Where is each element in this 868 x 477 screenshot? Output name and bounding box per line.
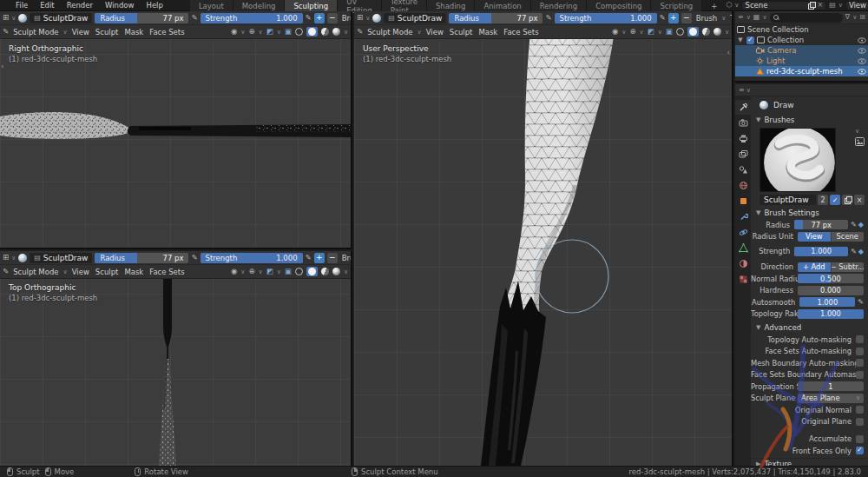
unlink-scene-icon[interactable]: × <box>817 2 823 9</box>
editor-type-icon[interactable]: ⊞ <box>3 254 9 262</box>
facesets-automask-checkbox[interactable] <box>856 348 864 355</box>
editor-type-chevron[interactable]: ∨ <box>746 87 751 94</box>
autosmooth-pressure-icon[interactable]: ✎ <box>858 298 864 306</box>
tab-view-layer[interactable] <box>735 147 751 162</box>
strength-slider[interactable]: 1.000 <box>794 247 848 256</box>
tab-shading[interactable]: Shading <box>427 0 476 11</box>
editor-type-icon[interactable]: ⊞ <box>357 14 363 22</box>
menu-mask[interactable]: Mask <box>122 268 145 276</box>
fake-user-toggle[interactable]: ✓ <box>830 195 840 205</box>
outliner-row-mesh[interactable]: red-3dc-sculpt-mesh <box>735 66 868 76</box>
brush-icon[interactable] <box>372 14 381 23</box>
shading-rendered-icon[interactable] <box>332 268 340 275</box>
viewport-top-orthographic[interactable]: ⊞∨ ▤ SculptDraw Radius 77 px ✎ Strength … <box>0 251 352 466</box>
tab-compositing[interactable]: Compositing <box>587 0 651 11</box>
menu-edit[interactable]: Edit <box>34 1 60 10</box>
new-scene-icon[interactable] <box>808 2 814 9</box>
outliner-row-light[interactable]: Light <box>735 56 868 66</box>
xray-toggle-icon[interactable]: ▣ <box>666 28 673 36</box>
hardness-slider[interactable]: 0.000 <box>798 286 864 295</box>
autosmooth-slider[interactable]: 1.000 <box>799 297 855 307</box>
overlays-icon[interactable]: ◩ <box>266 28 273 36</box>
tab-world[interactable] <box>735 178 751 193</box>
xray-toggle-icon[interactable]: ▣ <box>285 28 292 36</box>
brush-menu[interactable]: Brush <box>340 254 351 262</box>
shading-material-icon[interactable] <box>321 28 329 36</box>
radius-anim-icon[interactable]: ◆ <box>858 221 864 229</box>
gizmo-icon[interactable]: ⊕ <box>248 28 254 36</box>
radius-unit-scene-button[interactable]: Scene <box>831 232 865 242</box>
brush-icon[interactable] <box>18 254 27 262</box>
viewport-user-perspective[interactable]: ⊞∨ ▤ SculptDraw Radius 77 px ✎ Strength … <box>354 11 733 466</box>
scene-browse-chevron[interactable]: ∨ <box>734 2 739 9</box>
collection-checkbox[interactable] <box>746 36 754 44</box>
tab-uv-editing[interactable]: UV Editing <box>338 0 382 11</box>
xray-toggle-icon[interactable]: ▣ <box>285 268 292 275</box>
new-collection-icon[interactable]: ⊞ <box>859 14 865 21</box>
radius-slider[interactable]: Radius 77 px <box>95 253 188 263</box>
tab-tool[interactable] <box>735 100 751 115</box>
mode-selector[interactable]: Sculpt Mode <box>11 28 60 36</box>
hide-icon[interactable] <box>858 48 866 54</box>
shading-wireframe-icon[interactable] <box>676 28 684 36</box>
mesh-boundary-automask-checkbox[interactable] <box>856 359 864 367</box>
brush-menu[interactable]: Brush <box>694 14 720 23</box>
editor-type-icon[interactable]: ≡ <box>739 87 745 94</box>
add-brush-button[interactable]: + <box>314 253 325 263</box>
filter-chevron[interactable]: ∨ <box>852 14 857 21</box>
brush-icon[interactable] <box>18 14 27 23</box>
gizmo-icon[interactable]: ⊕ <box>248 268 254 275</box>
direction-add-button[interactable]: + Add <box>798 262 831 272</box>
tab-object[interactable] <box>735 194 751 209</box>
region-collapse-arrow[interactable]: ‹ <box>1 62 4 70</box>
overlays-icon[interactable]: ◩ <box>648 28 654 36</box>
direction-subtract-button[interactable]: − Subtr... <box>831 262 865 272</box>
filter-icon[interactable]: ∇ <box>845 14 850 21</box>
menu-sculpt[interactable]: Sculpt <box>94 28 121 36</box>
menu-mask[interactable]: Mask <box>477 28 499 36</box>
add-workspace-button[interactable]: + <box>702 0 726 11</box>
tab-render[interactable] <box>735 116 751 130</box>
brush-settings-panel-header[interactable]: ▼Brush Settings <box>751 207 868 218</box>
browse-image-icon[interactable] <box>855 137 865 146</box>
view-layer-browse-chevron[interactable]: ∨ <box>838 2 843 9</box>
menu-view[interactable]: View <box>70 268 91 276</box>
tab-texture-paint[interactable]: Texture Paint <box>382 0 427 11</box>
outliner-row-scene-collection[interactable]: Scene Collection <box>735 24 868 35</box>
hide-icon[interactable] <box>858 37 866 43</box>
tab-layout[interactable]: Layout <box>190 0 233 11</box>
browse-brush-icon[interactable]: ▤ <box>388 15 395 22</box>
strength-pressure-icon[interactable]: ✎ <box>851 248 857 255</box>
editor-type-chevron[interactable]: ∨ <box>11 255 16 262</box>
object-visibility-icon[interactable]: ◉ <box>231 268 237 275</box>
mode-selector[interactable]: Sculpt Mode <box>365 28 414 36</box>
editor-type-icon[interactable]: ⊞ <box>3 14 9 22</box>
display-mode-chevron[interactable]: ∨ <box>762 14 766 21</box>
sidebar-collapse-arrow[interactable]: ‹ <box>727 48 730 56</box>
radius-slider[interactable]: Radius 77 px <box>449 13 542 23</box>
propagation-steps-slider[interactable]: 1 <box>798 381 864 391</box>
menu-sculpt[interactable]: Sculpt <box>94 268 121 276</box>
menu-render[interactable]: Render <box>61 1 99 10</box>
shading-options-chevron[interactable]: ∨ <box>725 29 729 36</box>
tab-animation[interactable]: Animation <box>475 0 530 11</box>
shading-solid-active[interactable] <box>687 27 699 36</box>
shading-solid-active[interactable] <box>306 267 318 276</box>
brush-preview-image[interactable] <box>760 128 836 192</box>
brush-name-field[interactable]: ▤ SculptDraw <box>30 253 92 263</box>
radius-slider[interactable]: Radius 77 px <box>95 13 188 23</box>
strength-anim-icon[interactable]: ◆ <box>858 248 864 255</box>
menu-file[interactable]: File <box>10 1 34 10</box>
strength-slider[interactable]: Strength 1.000 <box>201 13 303 23</box>
facesets-boundary-automask-checkbox[interactable] <box>856 371 864 379</box>
topology-rake-slider[interactable]: 1.000 <box>798 309 864 319</box>
outliner-row-camera[interactable]: Camera <box>735 45 868 56</box>
radius-pressure-icon[interactable]: ✎ <box>191 14 197 22</box>
shading-rendered-icon[interactable] <box>332 28 340 36</box>
tab-object-data[interactable] <box>735 241 751 255</box>
tab-output[interactable] <box>735 131 751 146</box>
topology-automask-checkbox[interactable] <box>856 335 864 343</box>
view-layer-selector[interactable]: View Layer × <box>845 1 868 10</box>
radius-pressure-icon[interactable]: ✎ <box>545 14 551 22</box>
menu-face-sets[interactable]: Face Sets <box>148 268 186 276</box>
